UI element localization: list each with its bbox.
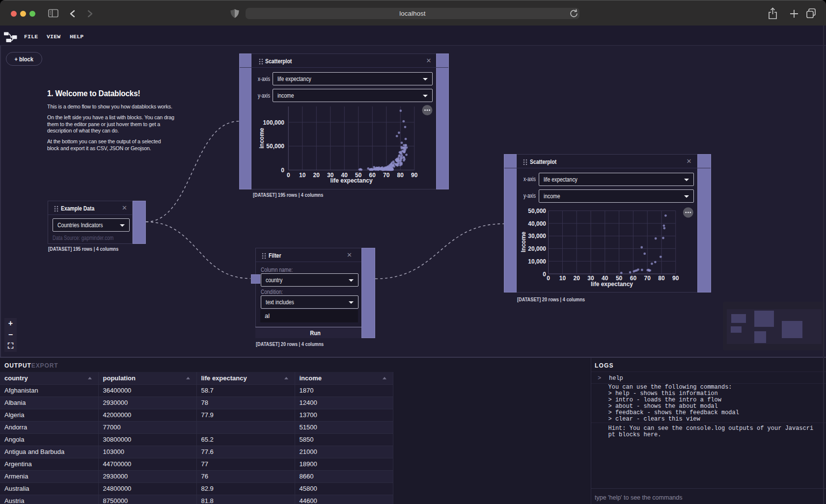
- svg-text:0: 0: [543, 271, 546, 278]
- svg-text:50,000: 50,000: [266, 143, 284, 150]
- svg-text:40,000: 40,000: [528, 220, 546, 227]
- svg-text:80: 80: [658, 275, 665, 282]
- svg-text:20: 20: [574, 275, 580, 282]
- svg-text:10: 10: [559, 275, 566, 282]
- svg-text:70: 70: [383, 171, 390, 178]
- svg-text:90: 90: [672, 275, 679, 282]
- svg-text:80: 80: [397, 171, 404, 178]
- svg-text:100,000: 100,000: [263, 119, 285, 126]
- svg-text:50,000: 50,000: [528, 208, 546, 214]
- svg-text:Income: Income: [520, 232, 527, 252]
- svg-text:0: 0: [281, 167, 284, 174]
- svg-text:90: 90: [411, 171, 418, 178]
- svg-text:income: income: [258, 128, 265, 148]
- svg-text:20,000: 20,000: [528, 245, 546, 252]
- svg-text:0: 0: [547, 275, 550, 282]
- svg-text:0: 0: [287, 171, 290, 178]
- svg-text:life expectancy: life expectancy: [330, 177, 373, 184]
- svg-text:30,000: 30,000: [528, 233, 546, 239]
- svg-text:life expectancy: life expectancy: [591, 281, 633, 288]
- svg-text:20: 20: [313, 171, 320, 178]
- svg-text:10: 10: [299, 171, 306, 178]
- svg-text:10,000: 10,000: [528, 258, 546, 265]
- svg-text:70: 70: [644, 275, 651, 282]
